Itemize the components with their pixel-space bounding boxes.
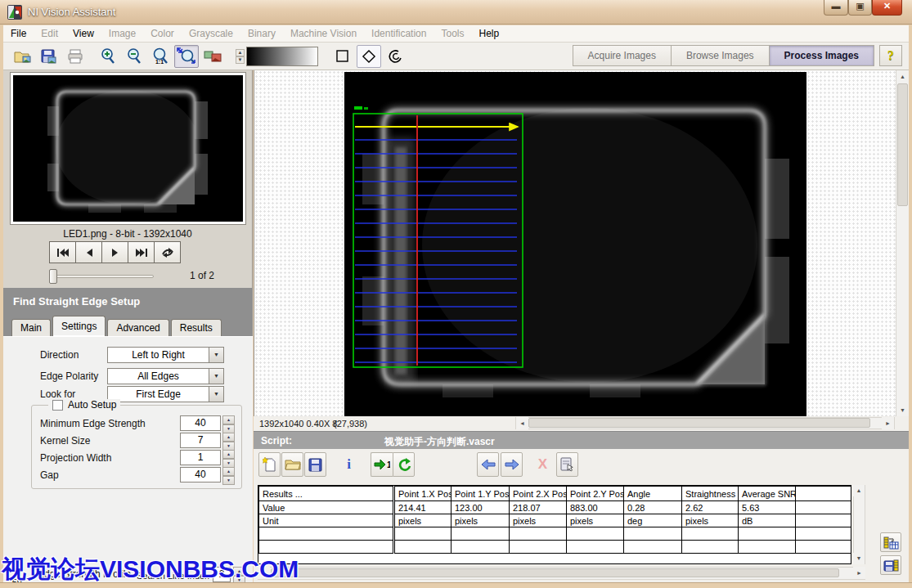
results-cell[interactable]: 214.41 bbox=[394, 501, 452, 514]
roi-rectangle-icon[interactable] bbox=[330, 45, 355, 68]
edge-polarity-select[interactable]: All Edges ▼ bbox=[107, 368, 224, 384]
results-cell[interactable] bbox=[259, 527, 394, 541]
results-cell[interactable]: Unit bbox=[259, 514, 394, 527]
results-cell[interactable]: dB bbox=[739, 514, 796, 527]
next-image-icon[interactable] bbox=[101, 241, 128, 263]
send-results-to-table-icon[interactable] bbox=[880, 532, 901, 552]
menu-item-identification[interactable]: Identification bbox=[364, 25, 434, 42]
slider-thumb[interactable] bbox=[49, 269, 57, 284]
results-cell[interactable] bbox=[682, 527, 739, 541]
menu-item-color[interactable]: Color bbox=[143, 25, 182, 42]
results-cell[interactable] bbox=[796, 501, 851, 514]
menu-item-help[interactable]: Help bbox=[472, 25, 507, 42]
image-thumbnail[interactable] bbox=[10, 72, 246, 225]
menu-item-file[interactable]: File bbox=[3, 25, 34, 42]
param-value-input[interactable]: 40 bbox=[180, 415, 221, 431]
results-cell[interactable] bbox=[452, 527, 510, 541]
browse-images-button[interactable]: Browse Images bbox=[671, 45, 769, 66]
scroll-up-icon[interactable]: ▲ bbox=[896, 70, 909, 83]
first-image-icon[interactable] bbox=[49, 241, 76, 263]
step-forward-icon[interactable] bbox=[501, 452, 523, 477]
chevron-down-icon[interactable]: ▼ bbox=[209, 387, 223, 402]
results-cell[interactable] bbox=[510, 541, 567, 554]
grayscale-palette[interactable] bbox=[246, 47, 318, 66]
scroll-left-icon[interactable]: ◄ bbox=[516, 417, 528, 429]
results-cell[interactable] bbox=[452, 541, 510, 554]
scroll-right-icon[interactable]: ► bbox=[853, 567, 865, 579]
last-image-icon[interactable] bbox=[128, 241, 155, 263]
results-cell[interactable]: 2.62 bbox=[682, 501, 739, 514]
image-display-area[interactable]: ▲ ▼ bbox=[254, 70, 909, 416]
results-cell[interactable]: pixels bbox=[510, 514, 567, 527]
results-cell[interactable] bbox=[510, 527, 567, 541]
menu-item-binary[interactable]: Binary bbox=[240, 25, 283, 42]
results-cell[interactable]: 883.00 bbox=[567, 501, 624, 514]
scroll-right-icon[interactable]: ► bbox=[882, 417, 894, 429]
scroll-down-icon[interactable]: ▼ bbox=[853, 553, 865, 564]
results-header-cell[interactable]: Point 2.Y Pos bbox=[567, 487, 624, 501]
loop-images-icon[interactable] bbox=[154, 241, 181, 263]
zoom-1-1-icon[interactable]: 1:1 bbox=[148, 45, 173, 68]
results-cell[interactable] bbox=[739, 527, 796, 541]
results-cell[interactable] bbox=[739, 541, 796, 554]
results-cell[interactable] bbox=[796, 541, 851, 554]
chevron-down-icon[interactable]: ▼ bbox=[209, 348, 223, 362]
menu-item-grayscale[interactable]: Grayscale bbox=[182, 25, 240, 42]
tab-settings[interactable]: Settings bbox=[52, 316, 106, 336]
close-button[interactable]: ✕ bbox=[872, 0, 902, 16]
results-cell[interactable] bbox=[624, 527, 682, 541]
look-for-select[interactable]: First Edge ▼ bbox=[107, 386, 224, 402]
tab-main[interactable]: Main bbox=[11, 319, 51, 336]
help-button[interactable]: ? bbox=[879, 45, 902, 66]
chevron-down-icon[interactable]: ▼ bbox=[209, 369, 223, 384]
results-cell[interactable] bbox=[567, 541, 624, 554]
edit-step-icon[interactable] bbox=[556, 452, 578, 477]
results-cell[interactable]: 218.07 bbox=[510, 501, 567, 514]
results-header-cell[interactable] bbox=[796, 487, 851, 501]
print-icon[interactable] bbox=[63, 45, 88, 68]
save-script-icon[interactable] bbox=[304, 452, 326, 477]
led-main-image[interactable] bbox=[344, 72, 806, 416]
zoom-out-icon[interactable] bbox=[122, 45, 146, 68]
results-cell[interactable]: 0.28 bbox=[624, 501, 682, 514]
image-horizontal-scrollbar[interactable]: ◄ ► bbox=[515, 417, 895, 429]
delete-step-icon[interactable]: X bbox=[532, 452, 554, 477]
new-script-icon[interactable] bbox=[258, 452, 281, 477]
results-header-cell[interactable]: Point 1.X Pos bbox=[394, 487, 452, 501]
maximize-button[interactable]: ▣ bbox=[848, 0, 872, 16]
results-header-cell[interactable]: Point 1.Y Pos bbox=[452, 487, 510, 501]
results-cell[interactable]: deg bbox=[624, 514, 682, 527]
param-value-input[interactable]: 40 bbox=[180, 467, 221, 483]
menu-item-image[interactable]: Image bbox=[101, 25, 143, 42]
run-loop-icon[interactable] bbox=[393, 452, 415, 477]
roi-rotated-rect-icon[interactable] bbox=[357, 45, 381, 68]
save-results-icon[interactable] bbox=[880, 555, 901, 575]
param-spinner[interactable]: ▲▼ bbox=[222, 450, 235, 465]
results-header-cell[interactable]: Straightness bbox=[682, 487, 739, 501]
previous-image-icon[interactable] bbox=[75, 241, 102, 263]
results-cell[interactable]: pixels bbox=[682, 514, 739, 527]
direction-select[interactable]: Left to Right ▼ bbox=[107, 347, 224, 363]
auto-setup-checkbox[interactable] bbox=[52, 400, 63, 411]
param-spinner[interactable]: ▲▼ bbox=[222, 433, 235, 448]
acquire-images-button[interactable]: Acquire Images bbox=[573, 45, 671, 66]
roi-annulus-icon[interactable] bbox=[383, 45, 407, 68]
image-vertical-scrollbar[interactable]: ▲ ▼ bbox=[896, 70, 909, 416]
results-cell[interactable] bbox=[624, 541, 682, 554]
results-cell[interactable]: pixels bbox=[394, 514, 452, 527]
param-spinner[interactable]: ▲▼ bbox=[222, 415, 235, 431]
tab-advanced[interactable]: Advanced bbox=[107, 319, 168, 336]
open-image-icon[interactable] bbox=[11, 45, 35, 68]
process-images-button[interactable]: Process Images bbox=[769, 45, 874, 66]
image-position-slider[interactable] bbox=[51, 275, 154, 278]
results-cell[interactable]: 123.00 bbox=[452, 501, 510, 514]
results-cell[interactable] bbox=[567, 527, 624, 541]
results-cell[interactable] bbox=[259, 541, 394, 554]
results-horizontal-scrollbar[interactable]: ◄ ► bbox=[258, 567, 865, 580]
run-once-icon[interactable]: 1 bbox=[371, 452, 393, 477]
scroll-up-icon[interactable]: ▲ bbox=[853, 485, 865, 496]
zoom-in-icon[interactable] bbox=[96, 45, 120, 68]
results-vertical-scrollbar[interactable]: ▲ ▼ bbox=[853, 485, 865, 564]
minimize-button[interactable]: ▬ bbox=[824, 0, 848, 16]
tab-results[interactable]: Results bbox=[171, 319, 222, 336]
